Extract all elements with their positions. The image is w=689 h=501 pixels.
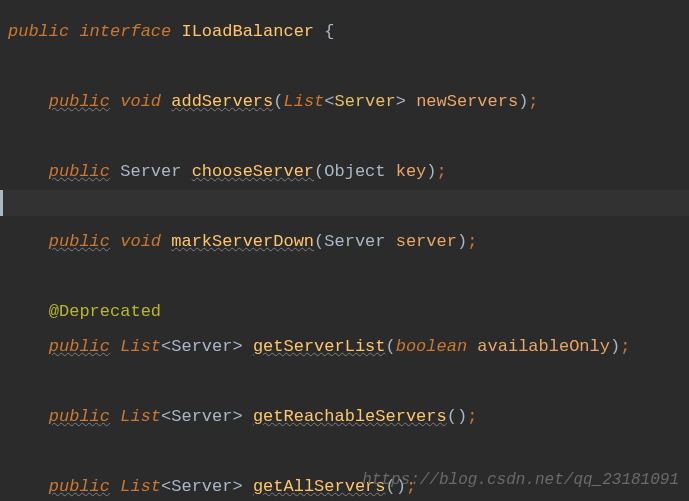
blank-line [8, 120, 689, 155]
semi: ; [528, 92, 538, 111]
line-decl: public interface ILoadBalancer { [8, 15, 689, 50]
rparen: ) [426, 162, 436, 181]
semi: ; [467, 407, 477, 426]
type-server: Server [171, 407, 232, 426]
method-markserverdown: markServerDown [171, 232, 314, 251]
semi: ; [467, 232, 477, 251]
keyword-void: void [120, 232, 161, 251]
lt: < [161, 477, 171, 496]
type-list: List [120, 407, 161, 426]
gt: > [232, 337, 242, 356]
type-server: Server [120, 162, 181, 181]
type-boolean: boolean [396, 337, 467, 356]
type-server: Server [171, 337, 232, 356]
lt: < [324, 92, 334, 111]
keyword-public: public [49, 162, 110, 181]
line-markserverdown: public void markServerDown(Server server… [8, 225, 689, 260]
rparen: ) [518, 92, 528, 111]
rparen: ) [457, 232, 467, 251]
keyword-interface: interface [79, 22, 171, 41]
type-list: List [120, 337, 161, 356]
method-addservers: addServers [171, 92, 273, 111]
open-brace: { [324, 22, 334, 41]
keyword-public: public [49, 232, 110, 251]
param-server: server [396, 232, 457, 251]
rparen: ) [457, 407, 467, 426]
type-list: List [120, 477, 161, 496]
type-object: Object [324, 162, 385, 181]
keyword-public: public [8, 22, 69, 41]
line-deprecated: @Deprecated [8, 295, 689, 330]
keyword-public: public [49, 92, 110, 111]
keyword-public: public [49, 337, 110, 356]
lparen: ( [447, 407, 457, 426]
lt: < [161, 337, 171, 356]
type-server: Server [171, 477, 232, 496]
param-availableonly: availableOnly [477, 337, 610, 356]
type-server: Server [324, 232, 385, 251]
lt: < [161, 407, 171, 426]
semi: ; [437, 162, 447, 181]
keyword-public: public [49, 477, 110, 496]
line-addservers: public void addServers(List<Server> newS… [8, 85, 689, 120]
type-server: Server [335, 92, 396, 111]
line-getreachableservers: public List<Server> getReachableServers(… [8, 400, 689, 435]
method-getreachableservers: getReachableServers [253, 407, 447, 426]
blank-line [8, 365, 689, 400]
param-newservers: newServers [416, 92, 518, 111]
method-chooseserver: chooseServer [192, 162, 314, 181]
keyword-void: void [120, 92, 161, 111]
blank-line [8, 260, 689, 295]
rparen: ) [610, 337, 620, 356]
gt: > [232, 477, 242, 496]
lparen: ( [386, 337, 396, 356]
gt: > [232, 407, 242, 426]
line-chooseserver: public Server chooseServer(Object key); [8, 155, 689, 190]
semi: ; [620, 337, 630, 356]
keyword-public: public [49, 407, 110, 426]
class-name: ILoadBalancer [181, 22, 314, 41]
annotation-deprecated: @Deprecated [49, 302, 161, 321]
line-getserverlist: public List<Server> getServerList(boolea… [8, 330, 689, 365]
blank-line-hl [8, 190, 689, 225]
lparen: ( [273, 92, 283, 111]
type-list: List [283, 92, 324, 111]
watermark: https://blog.csdn.net/qq_23181091 [362, 464, 679, 497]
lparen: ( [314, 232, 324, 251]
gt: > [396, 92, 406, 111]
lparen: ( [314, 162, 324, 181]
blank-line [8, 50, 689, 85]
method-getserverlist: getServerList [253, 337, 386, 356]
param-key: key [396, 162, 427, 181]
